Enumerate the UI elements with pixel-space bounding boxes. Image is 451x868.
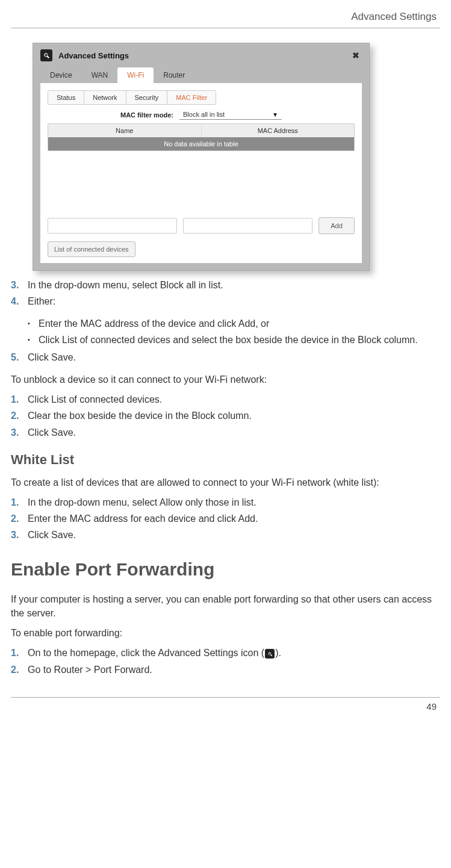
sub-tabs: Status Network Security MAC Filter — [48, 90, 216, 105]
step-num: 2. — [11, 663, 28, 677]
step-num: 2. — [11, 512, 28, 525]
step-num: 3. — [11, 426, 28, 439]
step-text: Click List of connected devices. — [28, 392, 440, 406]
steps-block-4: 1. On to the homepage, click the Advance… — [11, 646, 440, 676]
bullet-text: Click List of connected devices and sele… — [39, 333, 418, 347]
close-icon[interactable]: ✖ — [350, 51, 362, 60]
step-text: Go to Router > Port Forward. — [28, 663, 440, 677]
list-devices-button[interactable]: List of connected devices — [48, 241, 135, 257]
port-forwarding-intro2: To enable port forwarding: — [11, 626, 440, 640]
page-header-title: Advanced Settings — [11, 11, 440, 23]
step-num: 3. — [11, 528, 28, 542]
step-num: 4. — [11, 294, 28, 308]
tab-device[interactable]: Device — [40, 67, 82, 83]
step-text: Click Save. — [28, 528, 440, 542]
tab-wifi[interactable]: Wi-Fi — [117, 67, 154, 83]
step-text: Click Save. — [28, 426, 440, 439]
step-num: 1. — [11, 392, 28, 406]
main-tabs: Device WAN Wi-Fi Router — [33, 67, 369, 83]
no-data-row: No data available in table — [48, 137, 354, 150]
mac-filter-label: MAC filter mode: — [120, 111, 173, 119]
tab-wan[interactable]: WAN — [82, 67, 118, 83]
chevron-down-icon: ▼ — [272, 111, 278, 118]
subtab-security[interactable]: Security — [126, 91, 168, 104]
step-text: In the drop-down menu, select Block all … — [28, 278, 440, 292]
mac-filter-select[interactable]: Block all in list ▼ — [179, 110, 282, 120]
add-row: Add — [48, 217, 355, 234]
white-list-heading: White List — [11, 450, 440, 470]
step-num: 1. — [11, 495, 28, 509]
port-forwarding-heading: Enable Port Forwarding — [11, 556, 440, 583]
port-forwarding-intro: If your computer is hosting a server, yo… — [11, 592, 440, 620]
step-num: 5. — [11, 350, 28, 364]
steps-block-2: 1.Click List of connected devices. 2.Cle… — [11, 392, 440, 439]
tab-router[interactable]: Router — [154, 67, 194, 83]
window-title: Advanced Settings — [58, 51, 350, 60]
wrench-icon — [40, 49, 52, 61]
step-num: 2. — [11, 409, 28, 423]
screenshot-panel: Advanced Settings ✖ Device WAN Wi-Fi Rou… — [33, 43, 370, 271]
subtab-macfilter[interactable]: MAC Filter — [167, 91, 216, 104]
table-spacer — [45, 151, 357, 211]
step-text: In the drop-down menu, select Allow only… — [28, 495, 440, 509]
header-rule — [11, 28, 440, 28]
step-num: 3. — [11, 278, 28, 292]
step-text: Clear the box beside the device in the B… — [28, 409, 440, 423]
col-name: Name — [48, 124, 202, 137]
mac-filter-value: Block all in list — [183, 111, 225, 118]
mac-field[interactable] — [183, 218, 313, 234]
bullet-text: Enter the MAC address of the device and … — [39, 317, 269, 330]
steps-block-3: 1.In the drop-down menu, select Allow on… — [11, 495, 440, 542]
page-number: 49 — [11, 701, 440, 711]
steps-block-1b: 5.Click Save. — [11, 350, 440, 364]
step-text: Click Save. — [28, 350, 440, 364]
bullets-block: Enter the MAC address of the device and … — [28, 317, 440, 346]
add-button[interactable]: Add — [319, 217, 355, 234]
step1-post: ). — [275, 648, 281, 658]
col-mac: MAC Address — [202, 124, 355, 137]
wrench-icon — [265, 649, 275, 659]
unblock-intro: To unblock a device so it can connect to… — [11, 373, 440, 386]
steps-block-1: 3.In the drop-down menu, select Block al… — [11, 278, 440, 308]
window-titlebar: Advanced Settings ✖ — [33, 43, 369, 67]
mac-filter-row: MAC filter mode: Block all in list ▼ — [45, 110, 357, 120]
mac-table: Name MAC Address No data available in ta… — [48, 123, 355, 151]
step-text: On to the homepage, click the Advanced S… — [28, 646, 440, 660]
name-field[interactable] — [48, 218, 177, 234]
step1-pre: On to the homepage, click the Advanced S… — [28, 648, 264, 658]
white-list-intro: To create a list of devices that are all… — [11, 476, 440, 489]
step-text: Enter the MAC address for each device an… — [28, 512, 440, 525]
subtab-status[interactable]: Status — [48, 91, 84, 104]
tab-content: Status Network Security MAC Filter MAC f… — [40, 83, 362, 263]
step-text: Either: — [28, 294, 440, 308]
step-num: 1. — [11, 646, 28, 660]
subtab-network[interactable]: Network — [84, 91, 126, 104]
footer-rule — [11, 697, 440, 698]
